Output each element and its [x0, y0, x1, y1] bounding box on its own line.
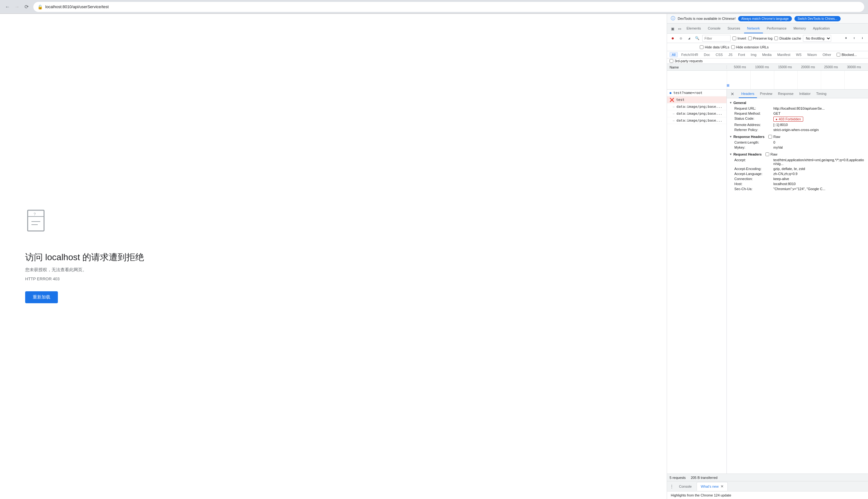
remote-address-value: [::1]:8010: [773, 123, 788, 127]
error-title: 访问 localhost 的请求遭到拒绝: [25, 252, 144, 263]
request-method-label: Request Method:: [734, 111, 772, 115]
filter-js[interactable]: JS: [726, 52, 735, 57]
header-row-remote-address: Remote Address: [::1]:8010: [729, 122, 866, 127]
throttle-select[interactable]: No throttling: [803, 35, 831, 42]
list-item[interactable]: – data:image/png;base...: [667, 117, 726, 124]
devtools-panel: ⓘ DevTools is now available in Chinese! …: [667, 14, 868, 499]
accept-encoding-label: Accept-Encoding:: [734, 167, 772, 171]
list-item[interactable]: ❌ test: [667, 96, 726, 104]
preserve-log-label[interactable]: Preserve log: [748, 36, 773, 40]
timeline-label-10000: 10000 ms: [755, 65, 769, 69]
disable-cache-label[interactable]: Disable cache: [774, 36, 801, 40]
request-raw-checkbox-label[interactable]: Raw: [765, 153, 777, 156]
search-button[interactable]: 🔍: [694, 35, 700, 41]
tab-timing[interactable]: Timing: [813, 89, 829, 98]
accept-language-label: Accept-Language:: [734, 172, 772, 176]
download-icon[interactable]: ⬇: [859, 35, 866, 41]
timeline-label-30000: 30000 ms: [847, 65, 861, 69]
whats-new-close-button[interactable]: ✕: [721, 484, 724, 489]
list-item[interactable]: – data:image/png;base...: [667, 104, 726, 110]
device-icon[interactable]: ▭: [677, 25, 683, 32]
third-party-row: 3rd-party requests: [667, 59, 868, 64]
tab-performance[interactable]: Performance: [764, 24, 790, 33]
tab-response[interactable]: Response: [775, 89, 796, 98]
filter-doc[interactable]: Doc: [702, 52, 712, 57]
third-party-checkbox[interactable]: [669, 59, 673, 63]
match-language-button[interactable]: Always match Chrome's language: [738, 16, 792, 21]
tab-initiator[interactable]: Initiator: [797, 89, 813, 98]
hide-data-urls-checkbox[interactable]: [700, 45, 703, 49]
accept-encoding-value: gzip, deflate, br, zstd: [773, 167, 805, 171]
request-headers-section-row: Request Headers Raw: [729, 153, 866, 156]
filter-fetch-xhr[interactable]: Fetch/XHR: [679, 52, 700, 57]
tab-preview[interactable]: Preview: [758, 89, 775, 98]
gridline-6: [844, 71, 868, 89]
response-raw-checkbox-label[interactable]: Raw: [768, 135, 780, 138]
clear-button[interactable]: ◎: [678, 35, 684, 41]
tab-sources[interactable]: Sources: [724, 24, 743, 33]
sec-ch-ua-label: Sec-Ch-Ua:: [734, 187, 772, 191]
dash-icon-3: –: [669, 119, 675, 122]
bottom-tab-whats-new[interactable]: What's new ✕: [697, 482, 728, 491]
request-raw-checkbox[interactable]: [765, 153, 769, 156]
filter-wasm[interactable]: Wasm: [805, 52, 819, 57]
filter-icon[interactable]: ◢: [686, 35, 692, 41]
main-area: ? 访问 localhost 的请求遭到拒绝 您未获授权，无法查看此网页。 HT…: [0, 14, 868, 499]
tab-memory[interactable]: Memory: [790, 24, 809, 33]
filter-img[interactable]: Img: [749, 52, 759, 57]
list-item[interactable]: ● test?name=root: [667, 89, 726, 96]
response-headers-title: Response Headers: [729, 135, 764, 138]
preserve-log-checkbox[interactable]: [748, 36, 752, 40]
close-details-button[interactable]: ✕: [729, 92, 736, 96]
invert-checkbox[interactable]: [733, 36, 736, 40]
tab-elements[interactable]: Elements: [683, 24, 704, 33]
header-row-mykey: Mykey: myVal: [729, 145, 866, 150]
request-headers-title: Request Headers: [729, 153, 762, 156]
request-url-value: http://localhost:8010/api/userSe...: [773, 107, 824, 110]
filter-css[interactable]: CSS: [714, 52, 725, 57]
filter-other[interactable]: Other: [820, 52, 833, 57]
hide-data-urls-label[interactable]: Hide data URLs: [700, 45, 729, 49]
name-column-header: Name: [667, 65, 727, 69]
bottom-tab-console[interactable]: Console: [675, 482, 695, 491]
address-bar[interactable]: 🔒 localhost:8010/api/userService/test: [33, 2, 864, 12]
response-raw-checkbox[interactable]: [768, 135, 772, 138]
hide-extension-urls-checkbox[interactable]: [731, 45, 735, 49]
header-row-request-url: Request URL: http://localhost:8010/api/u…: [729, 106, 866, 111]
tab-network[interactable]: Network: [744, 24, 763, 33]
third-party-label[interactable]: 3rd-party requests: [669, 59, 703, 63]
tab-console[interactable]: Console: [705, 24, 724, 33]
filter-all[interactable]: All: [669, 52, 678, 57]
devtools-bottom-tabs: ⋮ Console What's new ✕: [667, 481, 868, 491]
upload-icon[interactable]: ⬆: [851, 35, 857, 41]
disable-cache-checkbox[interactable]: [774, 36, 778, 40]
timeline-label-20000: 20000 ms: [801, 65, 815, 69]
forward-button[interactable]: →: [13, 3, 21, 11]
accept-label: Accept:: [734, 158, 772, 166]
back-button[interactable]: ←: [4, 3, 11, 11]
invert-label[interactable]: Invert: [733, 36, 746, 40]
kebab-menu-button[interactable]: ⋮: [669, 484, 674, 489]
filter-input[interactable]: [702, 35, 730, 42]
inspect-icon[interactable]: ▣: [669, 25, 676, 32]
blocked-requests-label[interactable]: Blocked...: [836, 53, 857, 57]
filter-media[interactable]: Media: [760, 52, 774, 57]
whats-new-highlight: Highlights from the Chrome 124 update: [671, 493, 731, 497]
reload-page-button[interactable]: 重新加载: [25, 291, 58, 303]
nav-buttons: ← → ⟳: [4, 3, 30, 11]
record-button[interactable]: ●: [669, 35, 676, 41]
wifi-icon[interactable]: ♦: [843, 35, 849, 41]
reload-button[interactable]: ⟳: [23, 3, 30, 11]
tab-headers[interactable]: Headers: [739, 89, 757, 98]
filter-ws[interactable]: WS: [794, 52, 804, 57]
referrer-policy-value: strict-origin-when-cross-origin: [773, 128, 819, 132]
switch-devtools-button[interactable]: Switch DevTools to Chines...: [794, 16, 841, 21]
mykey-label: Mykey:: [734, 146, 772, 149]
blocked-requests-checkbox[interactable]: [836, 53, 840, 57]
filter-manifest[interactable]: Manifest: [775, 52, 793, 57]
hide-extension-urls-label[interactable]: Hide extension URLs: [731, 45, 769, 49]
list-item[interactable]: – data:image/png;base...: [667, 110, 726, 117]
tab-application[interactable]: Application: [810, 24, 833, 33]
filter-font[interactable]: Font: [736, 52, 747, 57]
gridline-1: [727, 71, 750, 89]
